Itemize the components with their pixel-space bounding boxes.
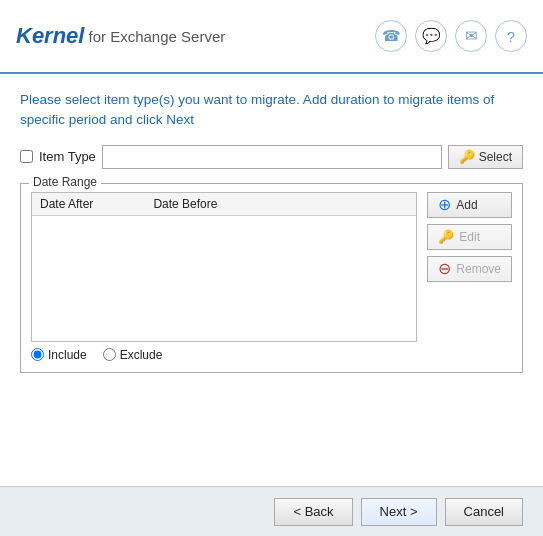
date-table-header: Date After Date Before [32, 193, 416, 216]
item-type-label: Item Type [39, 149, 96, 164]
exclude-radio-label[interactable]: Exclude [103, 348, 163, 362]
date-range-inner: Date After Date Before Include Exclude [31, 192, 512, 362]
col-date-after: Date After [40, 197, 93, 211]
include-exclude-row: Include Exclude [31, 342, 417, 362]
date-table-body [32, 216, 416, 336]
select-label: Select [479, 150, 512, 164]
back-button[interactable]: < Back [274, 498, 352, 526]
edit-button[interactable]: 🔑 Edit [427, 224, 512, 250]
exclude-radio[interactable] [103, 348, 116, 361]
email-icon-button[interactable]: ✉ [455, 20, 487, 52]
next-button[interactable]: Next > [361, 498, 437, 526]
include-radio-label[interactable]: Include [31, 348, 87, 362]
logo-area: Kernel for Exchange Server [16, 23, 225, 49]
item-type-checkbox[interactable] [20, 150, 33, 163]
item-type-input[interactable] [102, 145, 442, 169]
date-table-area: Date After Date Before [31, 192, 417, 342]
header: Kernel for Exchange Server ☎ 💬 ✉ ? [0, 0, 543, 74]
instruction-text: Please select item type(s) you want to m… [20, 90, 523, 131]
col-date-before: Date Before [153, 197, 217, 211]
help-icon-button[interactable]: ? [495, 20, 527, 52]
select-button[interactable]: 🔑 Select [448, 145, 523, 169]
main-content: Please select item type(s) you want to m… [0, 74, 543, 486]
exclude-label: Exclude [120, 348, 163, 362]
date-range-buttons: ⊕ Add 🔑 Edit ⊖ Remove [427, 192, 512, 282]
cancel-button[interactable]: Cancel [445, 498, 523, 526]
edit-label: Edit [459, 230, 480, 244]
phone-icon-button[interactable]: ☎ [375, 20, 407, 52]
logo-rest: for Exchange Server [88, 28, 225, 45]
remove-button[interactable]: ⊖ Remove [427, 256, 512, 282]
include-radio[interactable] [31, 348, 44, 361]
add-button[interactable]: ⊕ Add [427, 192, 512, 218]
footer: < Back Next > Cancel [0, 486, 543, 536]
logo-kernel: Kernel [16, 23, 84, 49]
chat-icon-button[interactable]: 💬 [415, 20, 447, 52]
key-icon: 🔑 [459, 149, 475, 164]
edit-icon: 🔑 [438, 229, 454, 244]
include-label: Include [48, 348, 87, 362]
date-range-group: Date Range Date After Date Before Includ… [20, 183, 523, 373]
header-icons: ☎ 💬 ✉ ? [375, 20, 527, 52]
remove-icon: ⊖ [438, 259, 451, 278]
remove-label: Remove [456, 262, 501, 276]
item-type-row: Item Type 🔑 Select [20, 145, 523, 169]
add-icon: ⊕ [438, 195, 451, 214]
date-range-legend: Date Range [29, 175, 101, 189]
add-label: Add [456, 198, 477, 212]
